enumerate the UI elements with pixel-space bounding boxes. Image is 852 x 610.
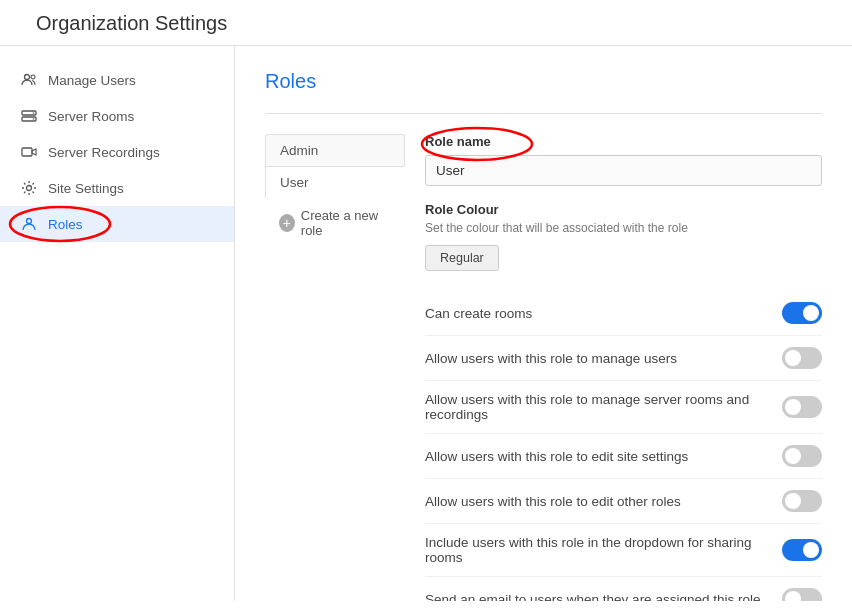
toggle-edit-site-settings[interactable] [782, 445, 822, 467]
sidebar-label-site-settings: Site Settings [48, 181, 124, 196]
svg-point-5 [33, 118, 35, 120]
role-item-admin[interactable]: Admin [265, 134, 405, 166]
sidebar-item-server-recordings[interactable]: Server Recordings [0, 134, 234, 170]
sidebar-label-server-rooms: Server Rooms [48, 109, 134, 124]
svg-point-4 [33, 112, 35, 114]
role-name-label: Role name [425, 134, 822, 149]
sidebar-label-roles: Roles [48, 217, 83, 232]
main-layout: Manage Users Server Rooms Server Rec [0, 46, 852, 601]
toggle-sharing-rooms[interactable] [782, 539, 822, 561]
role-name-input[interactable] [425, 155, 822, 186]
create-new-label: Create a new role [301, 208, 391, 238]
permission-email-assigned: Send an email to users when they are ass… [425, 577, 822, 601]
colour-section: Role Colour Set the colour that will be … [425, 202, 822, 271]
page-title: Roles [265, 70, 822, 93]
create-new-role[interactable]: + Create a new role [265, 198, 405, 248]
permissions-list: Can create rooms Allow users with this r… [425, 291, 822, 601]
role-details: Role name Role Colour Set the colour tha… [405, 134, 822, 601]
sidebar-label-server-recordings: Server Recordings [48, 145, 160, 160]
sidebar-item-site-settings[interactable]: Site Settings [0, 170, 234, 206]
role-item-user[interactable]: User [265, 166, 405, 198]
roles-icon [20, 215, 38, 233]
users-icon [20, 71, 38, 89]
colour-title: Role Colour [425, 202, 822, 217]
toggle-manage-server-rooms[interactable] [782, 396, 822, 418]
gear-icon [20, 179, 38, 197]
svg-point-7 [27, 186, 32, 191]
permission-manage-server-rooms: Allow users with this role to manage ser… [425, 381, 822, 434]
svg-rect-6 [22, 148, 32, 156]
plus-icon: + [279, 214, 295, 232]
toggle-edit-other-roles[interactable] [782, 490, 822, 512]
permission-can-create-rooms: Can create rooms [425, 291, 822, 336]
sidebar-item-roles[interactable]: Roles [0, 206, 234, 242]
svg-point-9 [27, 219, 32, 224]
roles-list: Admin User + Create a new role [265, 134, 405, 601]
main-content: Roles Admin User + Create a new role [235, 46, 852, 601]
toggle-email-assigned[interactable] [782, 588, 822, 601]
page-heading: Organization Settings [36, 12, 832, 35]
toggle-can-create-rooms[interactable] [782, 302, 822, 324]
colour-button[interactable]: Regular [425, 245, 499, 271]
sidebar-item-manage-users[interactable]: Manage Users [0, 62, 234, 98]
toggle-manage-users[interactable] [782, 347, 822, 369]
permission-edit-site-settings: Allow users with this role to edit site … [425, 434, 822, 479]
svg-point-0 [25, 75, 30, 80]
svg-point-1 [31, 75, 35, 79]
sidebar: Manage Users Server Rooms Server Rec [0, 46, 235, 601]
header: Organization Settings [0, 0, 852, 46]
recording-icon [20, 143, 38, 161]
role-name-field-group: Role name [425, 134, 822, 186]
permission-edit-other-roles: Allow users with this role to edit other… [425, 479, 822, 524]
sidebar-item-server-rooms[interactable]: Server Rooms [0, 98, 234, 134]
server-icon [20, 107, 38, 125]
divider [265, 113, 822, 114]
permission-manage-users: Allow users with this role to manage use… [425, 336, 822, 381]
permission-sharing-rooms: Include users with this role in the drop… [425, 524, 822, 577]
roles-layout: Admin User + Create a new role Role n [265, 134, 822, 601]
sidebar-label-manage-users: Manage Users [48, 73, 136, 88]
colour-subtitle: Set the colour that will be associated w… [425, 221, 822, 235]
